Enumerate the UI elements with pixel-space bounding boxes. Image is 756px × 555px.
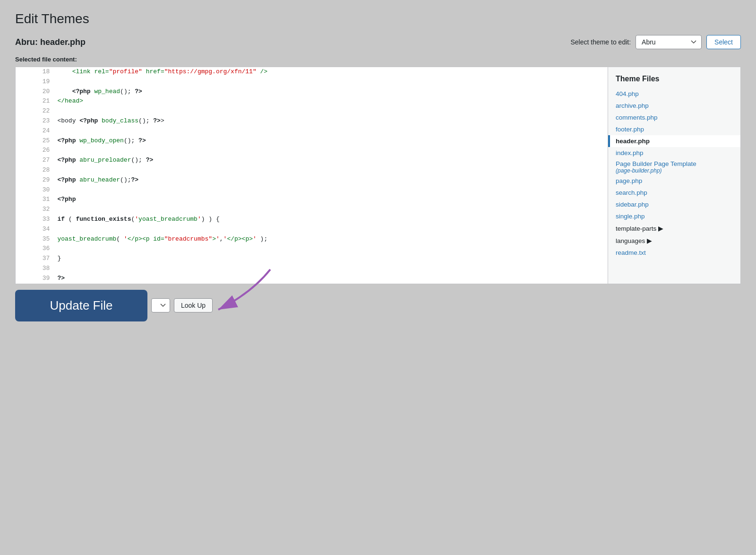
line-content: ?>	[53, 274, 608, 284]
line-number: 19	[16, 77, 53, 87]
line-number: 21	[16, 96, 53, 106]
theme-files-sidebar: Theme Files 404.phparchive.phpcomments.p…	[608, 67, 740, 284]
code-row: 34	[16, 225, 608, 234]
theme-selector-label: Select theme to edit:	[570, 38, 631, 46]
line-number: 26	[16, 146, 53, 156]
line-number: 34	[16, 225, 53, 234]
line-number: 28	[16, 165, 53, 175]
line-content: if ( function_exists('yoast_breadcrumb')…	[53, 215, 608, 225]
select-button[interactable]: Select	[706, 35, 741, 49]
line-number: 20	[16, 87, 53, 97]
code-table: 18 <link rel="profile" href="https://gmp…	[16, 67, 608, 284]
bottom-bar: Update File Look Up	[15, 284, 741, 321]
sidebar-file-item[interactable]: index.php	[608, 147, 740, 159]
line-content	[53, 126, 608, 136]
code-row: 32	[16, 205, 608, 215]
line-content: <?php abru_header();?>	[53, 175, 608, 185]
sidebar-file-item[interactable]: languages ▶	[608, 234, 740, 247]
top-bar: Abru: header.php Select theme to edit: A…	[15, 35, 741, 49]
line-number: 18	[16, 67, 53, 77]
line-content	[53, 146, 608, 156]
code-row: 26	[16, 146, 608, 156]
line-number: 37	[16, 254, 53, 264]
sidebar-file-item[interactable]: archive.php	[608, 100, 740, 112]
selected-file-label: Selected file content:	[15, 56, 741, 63]
line-content: <?php wp_body_open(); ?>	[53, 136, 608, 146]
theme-selector: Select theme to edit: Abru Select	[570, 35, 741, 49]
code-row: 25<?php wp_body_open(); ?>	[16, 136, 608, 146]
line-content: </head>	[53, 96, 608, 106]
line-content	[53, 244, 608, 254]
line-content	[53, 106, 608, 116]
line-content: <body <?php body_class(); ?>>	[53, 116, 608, 126]
lookup-button[interactable]: Look Up	[174, 298, 213, 312]
code-row: 19	[16, 77, 608, 87]
sidebar-file-item[interactable]: Page Builder Page Template(page-builder.…	[608, 159, 740, 175]
sidebar-file-item[interactable]: search.php	[608, 187, 740, 199]
code-row: 22	[16, 106, 608, 116]
annotation-container: Update File	[15, 290, 147, 321]
sidebar-file-item[interactable]: readme.txt	[608, 247, 740, 259]
bottom-section: Update File Look Up	[15, 284, 741, 321]
code-row: 36	[16, 244, 608, 254]
line-number: 35	[16, 234, 53, 244]
sidebar-file-item[interactable]: template-parts ▶	[608, 222, 740, 234]
line-number: 25	[16, 136, 53, 146]
line-number: 23	[16, 116, 53, 126]
update-file-button[interactable]: Update File	[15, 290, 147, 321]
code-row: 28	[16, 165, 608, 175]
sidebar-file-item[interactable]: header.php	[608, 135, 740, 147]
sidebar-title: Theme Files	[608, 73, 740, 88]
code-row: 29<?php abru_header();?>	[16, 175, 608, 185]
sidebar-file-item[interactable]: 404.php	[608, 88, 740, 100]
sidebar-file-item[interactable]: single.php	[608, 210, 740, 222]
code-row: 37}	[16, 254, 608, 264]
theme-select-dropdown[interactable]: Abru	[636, 35, 702, 49]
main-layout: 18 <link rel="profile" href="https://gmp…	[15, 67, 741, 284]
line-content	[53, 165, 608, 175]
code-row: 39?>	[16, 274, 608, 284]
code-row: 23<body <?php body_class(); ?>>	[16, 116, 608, 126]
code-row: 30	[16, 185, 608, 195]
line-number: 22	[16, 106, 53, 116]
code-row: 20 <?php wp_head(); ?>	[16, 87, 608, 97]
line-content: }	[53, 254, 608, 264]
line-content	[53, 185, 608, 195]
code-row: 18 <link rel="profile" href="https://gmp…	[16, 67, 608, 77]
code-row: 35yoast_breadcrumb( '</p><p id="breadcru…	[16, 234, 608, 244]
line-content	[53, 205, 608, 215]
sidebar-file-item[interactable]: sidebar.php	[608, 199, 740, 210]
code-row: 31<?php	[16, 195, 608, 205]
sidebar-file-item[interactable]: comments.php	[608, 112, 740, 123]
code-editor[interactable]: 18 <link rel="profile" href="https://gmp…	[16, 67, 608, 284]
code-row: 27<?php abru_preloader(); ?>	[16, 156, 608, 165]
code-row: 38	[16, 264, 608, 274]
file-title: Abru: header.php	[15, 37, 86, 47]
line-number: 32	[16, 205, 53, 215]
page-title: Edit Themes	[15, 11, 741, 26]
line-number: 36	[16, 244, 53, 254]
code-row: 33if ( function_exists('yoast_breadcrumb…	[16, 215, 608, 225]
sidebar-item-subtitle: (page-builder.php)	[616, 167, 733, 174]
line-number: 29	[16, 175, 53, 185]
line-number: 39	[16, 274, 53, 284]
line-content: <link rel="profile" href="https://gmpg.o…	[53, 67, 608, 77]
code-row: 21</head>	[16, 96, 608, 106]
lookup-select[interactable]	[151, 298, 170, 312]
line-content	[53, 77, 608, 87]
line-number: 30	[16, 185, 53, 195]
line-content: <?php wp_head(); ?>	[53, 87, 608, 97]
line-number: 24	[16, 126, 53, 136]
sidebar-file-item[interactable]: page.php	[608, 175, 740, 187]
code-row: 24	[16, 126, 608, 136]
line-content: <?php	[53, 195, 608, 205]
line-number: 33	[16, 215, 53, 225]
line-number: 31	[16, 195, 53, 205]
sidebar-file-item[interactable]: footer.php	[608, 123, 740, 135]
line-content: yoast_breadcrumb( '</p><p id="breadcrumb…	[53, 234, 608, 244]
line-content	[53, 225, 608, 234]
line-number: 38	[16, 264, 53, 274]
line-number: 27	[16, 156, 53, 165]
line-content	[53, 264, 608, 274]
line-content: <?php abru_preloader(); ?>	[53, 156, 608, 165]
